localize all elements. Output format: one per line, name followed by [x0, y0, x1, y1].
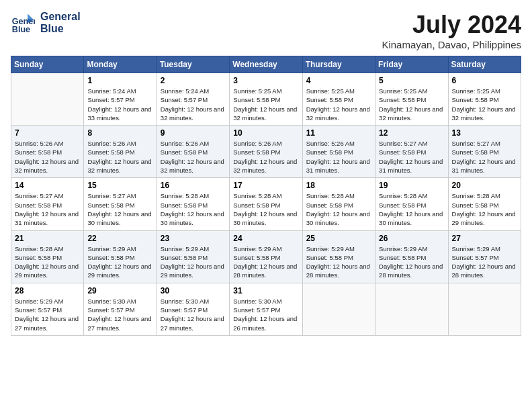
day-number: 25	[306, 234, 371, 243]
calendar-cell: 24Sunrise: 5:29 AMSunset: 5:58 PMDayligh…	[230, 230, 302, 283]
calendar-cell	[302, 283, 375, 335]
day-info: Sunrise: 5:28 AMSunset: 5:58 PMDaylight:…	[161, 191, 226, 227]
day-number: 26	[379, 234, 444, 243]
day-number: 12	[379, 128, 444, 138]
day-number: 20	[452, 181, 517, 190]
day-info: Sunrise: 5:24 AMSunset: 5:57 PMDaylight:…	[87, 87, 152, 122]
day-number: 17	[233, 181, 298, 190]
calendar-week-row: 14Sunrise: 5:27 AMSunset: 5:58 PMDayligh…	[11, 178, 521, 230]
day-number: 8	[87, 128, 152, 138]
day-number: 1	[87, 76, 152, 85]
day-number: 19	[379, 181, 444, 190]
calendar-week-row: 28Sunrise: 5:29 AMSunset: 5:57 PMDayligh…	[11, 283, 521, 335]
day-info: Sunrise: 5:28 AMSunset: 5:58 PMDaylight:…	[15, 244, 80, 280]
calendar-cell: 15Sunrise: 5:27 AMSunset: 5:58 PMDayligh…	[84, 178, 157, 230]
calendar-cell: 16Sunrise: 5:28 AMSunset: 5:58 PMDayligh…	[157, 178, 229, 230]
svg-text:Blue: Blue	[12, 25, 30, 34]
calendar-cell: 21Sunrise: 5:28 AMSunset: 5:58 PMDayligh…	[11, 230, 84, 283]
weekday-header: Friday	[375, 56, 448, 73]
weekday-header: Saturday	[448, 56, 521, 73]
weekday-header: Sunday	[11, 56, 84, 73]
calendar-cell: 17Sunrise: 5:28 AMSunset: 5:58 PMDayligh…	[230, 178, 302, 230]
day-number: 13	[452, 128, 517, 138]
month-year-title: July 2024	[382, 11, 521, 39]
day-info: Sunrise: 5:26 AMSunset: 5:58 PMDaylight:…	[233, 139, 298, 175]
day-number: 21	[15, 234, 80, 243]
day-info: Sunrise: 5:28 AMSunset: 5:58 PMDaylight:…	[452, 191, 517, 227]
calendar-table: SundayMondayTuesdayWednesdayThursdayFrid…	[11, 56, 521, 336]
day-number: 2	[161, 76, 226, 85]
logo-icon: General Blue	[11, 11, 35, 35]
day-number: 10	[233, 128, 298, 138]
calendar-cell: 10Sunrise: 5:26 AMSunset: 5:58 PMDayligh…	[230, 126, 302, 178]
day-info: Sunrise: 5:28 AMSunset: 5:58 PMDaylight:…	[233, 191, 298, 227]
day-info: Sunrise: 5:29 AMSunset: 5:58 PMDaylight:…	[233, 244, 298, 280]
calendar-cell: 18Sunrise: 5:28 AMSunset: 5:58 PMDayligh…	[302, 178, 375, 230]
location-text: Kinamayan, Davao, Philippines	[382, 39, 521, 50]
day-info: Sunrise: 5:30 AMSunset: 5:57 PMDaylight:…	[233, 297, 298, 332]
calendar-cell: 14Sunrise: 5:27 AMSunset: 5:58 PMDayligh…	[11, 178, 84, 230]
calendar-cell: 20Sunrise: 5:28 AMSunset: 5:58 PMDayligh…	[448, 178, 521, 230]
calendar-week-row: 7Sunrise: 5:26 AMSunset: 5:58 PMDaylight…	[11, 126, 521, 178]
calendar-cell: 25Sunrise: 5:29 AMSunset: 5:58 PMDayligh…	[302, 230, 375, 283]
day-info: Sunrise: 5:29 AMSunset: 5:58 PMDaylight:…	[379, 244, 444, 280]
calendar-cell: 8Sunrise: 5:26 AMSunset: 5:58 PMDaylight…	[84, 126, 157, 178]
calendar-header-row: SundayMondayTuesdayWednesdayThursdayFrid…	[11, 56, 521, 73]
day-info: Sunrise: 5:24 AMSunset: 5:57 PMDaylight:…	[161, 87, 226, 122]
calendar-cell: 6Sunrise: 5:25 AMSunset: 5:58 PMDaylight…	[448, 73, 521, 126]
calendar-cell: 31Sunrise: 5:30 AMSunset: 5:57 PMDayligh…	[230, 283, 302, 335]
day-info: Sunrise: 5:27 AMSunset: 5:58 PMDaylight:…	[15, 191, 80, 227]
day-info: Sunrise: 5:30 AMSunset: 5:57 PMDaylight:…	[161, 297, 226, 332]
day-number: 22	[87, 234, 152, 243]
day-number: 11	[306, 128, 371, 138]
day-info: Sunrise: 5:25 AMSunset: 5:58 PMDaylight:…	[452, 87, 517, 122]
logo-text-line1: General	[40, 11, 81, 23]
calendar-cell	[11, 73, 84, 126]
day-number: 29	[87, 286, 152, 295]
logo: General Blue General Blue	[11, 11, 81, 35]
calendar-cell: 3Sunrise: 5:25 AMSunset: 5:58 PMDaylight…	[230, 73, 302, 126]
day-number: 28	[15, 286, 80, 295]
calendar-cell: 22Sunrise: 5:29 AMSunset: 5:58 PMDayligh…	[84, 230, 157, 283]
calendar-cell: 30Sunrise: 5:30 AMSunset: 5:57 PMDayligh…	[157, 283, 229, 335]
day-info: Sunrise: 5:26 AMSunset: 5:58 PMDaylight:…	[15, 139, 80, 175]
calendar-cell: 29Sunrise: 5:30 AMSunset: 5:57 PMDayligh…	[84, 283, 157, 335]
calendar-cell: 1Sunrise: 5:24 AMSunset: 5:57 PMDaylight…	[84, 73, 157, 126]
day-number: 24	[233, 234, 298, 243]
day-info: Sunrise: 5:25 AMSunset: 5:58 PMDaylight:…	[306, 87, 371, 122]
day-info: Sunrise: 5:25 AMSunset: 5:58 PMDaylight:…	[379, 87, 444, 122]
day-info: Sunrise: 5:29 AMSunset: 5:57 PMDaylight:…	[15, 297, 80, 332]
calendar-cell	[448, 283, 521, 335]
calendar-cell: 9Sunrise: 5:26 AMSunset: 5:58 PMDaylight…	[157, 126, 229, 178]
calendar-cell: 7Sunrise: 5:26 AMSunset: 5:58 PMDaylight…	[11, 126, 84, 178]
calendar-cell: 2Sunrise: 5:24 AMSunset: 5:57 PMDaylight…	[157, 73, 229, 126]
day-number: 7	[15, 128, 80, 138]
day-number: 14	[15, 181, 80, 190]
page-header: General Blue General Blue July 2024 Kina…	[11, 11, 521, 50]
calendar-cell: 13Sunrise: 5:27 AMSunset: 5:58 PMDayligh…	[448, 126, 521, 178]
calendar-cell: 4Sunrise: 5:25 AMSunset: 5:58 PMDaylight…	[302, 73, 375, 126]
day-info: Sunrise: 5:27 AMSunset: 5:58 PMDaylight:…	[452, 139, 517, 175]
day-info: Sunrise: 5:27 AMSunset: 5:58 PMDaylight:…	[87, 191, 152, 227]
title-section: July 2024 Kinamayan, Davao, Philippines	[382, 11, 521, 50]
day-info: Sunrise: 5:25 AMSunset: 5:58 PMDaylight:…	[233, 87, 298, 122]
day-number: 6	[452, 76, 517, 85]
day-number: 3	[233, 76, 298, 85]
calendar-cell: 26Sunrise: 5:29 AMSunset: 5:58 PMDayligh…	[375, 230, 448, 283]
weekday-header: Thursday	[302, 56, 375, 73]
day-number: 30	[161, 286, 226, 295]
calendar-cell: 5Sunrise: 5:25 AMSunset: 5:58 PMDaylight…	[375, 73, 448, 126]
day-number: 31	[233, 286, 298, 295]
weekday-header: Tuesday	[157, 56, 229, 73]
day-info: Sunrise: 5:29 AMSunset: 5:57 PMDaylight:…	[452, 244, 517, 280]
day-info: Sunrise: 5:29 AMSunset: 5:58 PMDaylight:…	[87, 244, 152, 280]
day-info: Sunrise: 5:27 AMSunset: 5:58 PMDaylight:…	[379, 139, 444, 175]
calendar-cell: 27Sunrise: 5:29 AMSunset: 5:57 PMDayligh…	[448, 230, 521, 283]
day-number: 27	[452, 234, 517, 243]
calendar-cell	[375, 283, 448, 335]
weekday-header: Wednesday	[230, 56, 302, 73]
day-info: Sunrise: 5:26 AMSunset: 5:58 PMDaylight:…	[306, 139, 371, 175]
calendar-cell: 28Sunrise: 5:29 AMSunset: 5:57 PMDayligh…	[11, 283, 84, 335]
calendar-week-row: 1Sunrise: 5:24 AMSunset: 5:57 PMDaylight…	[11, 73, 521, 126]
logo-text-line2: Blue	[40, 23, 81, 35]
